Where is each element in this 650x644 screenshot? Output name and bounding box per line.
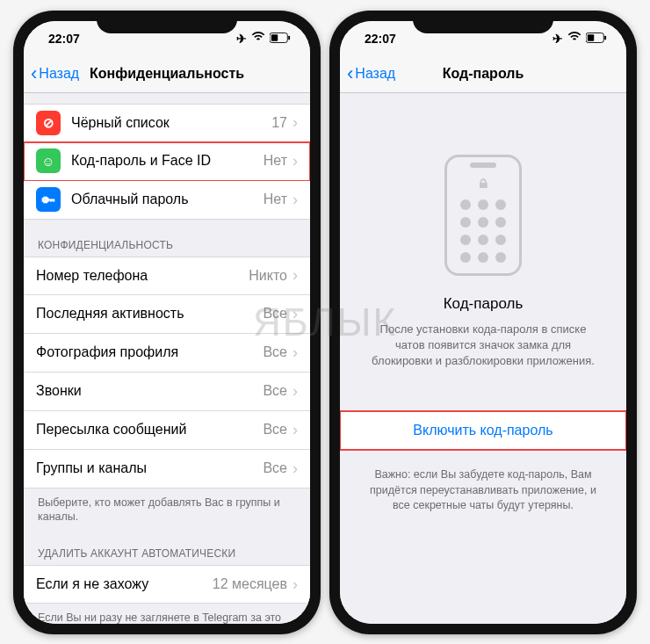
status-time: 22:07: [365, 32, 396, 46]
page-title: Код-пароль: [443, 66, 524, 82]
calls-row[interactable]: Звонки Все ›: [24, 373, 310, 411]
passcode-hero: 🔒︎ Код-пароль После установки кода-парол…: [340, 93, 626, 396]
hero-text: После установки кода-пароля в списке чат…: [366, 322, 600, 370]
svg-rect-4: [588, 34, 594, 40]
lock-icon: 🔒︎: [477, 177, 489, 191]
wifi-icon: [567, 29, 582, 47]
privacy-group: КОНФИДЕНЦИАЛЬНОСТЬ Номер телефона Никто …: [24, 234, 310, 529]
cell-label: Чёрный список: [71, 115, 271, 131]
back-label: Назад: [39, 66, 79, 82]
chevron-left-icon: ‹: [347, 64, 353, 83]
enable-passcode-button[interactable]: Включить код-пароль: [340, 411, 626, 450]
phone-number-row[interactable]: Номер телефона Никто ›: [24, 257, 310, 295]
block-icon: ⊘: [36, 111, 61, 135]
chevron-right-icon: ›: [292, 113, 298, 132]
cell-value: Нет: [264, 153, 287, 169]
cell-label: Номер телефона: [36, 268, 249, 284]
chevron-right-icon: ›: [292, 305, 298, 323]
hero-title: Код-пароль: [444, 295, 524, 313]
cell-label: Пересылка сообщений: [36, 422, 263, 438]
page-title: Конфиденциальность: [90, 66, 244, 82]
last-seen-row[interactable]: Последняя активность Все ›: [24, 295, 310, 334]
status-time: 22:07: [48, 32, 80, 46]
blacklist-row[interactable]: ⊘ Чёрный список 17 ›: [24, 104, 310, 142]
security-group: ⊘ Чёрный список 17 › ☺︎ Код-пароль и Fac…: [24, 104, 310, 220]
passcode-phone-glyph: 🔒︎: [444, 155, 522, 276]
screen-left: 22:07 ✈︎ ‹ Назад Конфиденциальность ⊘: [24, 21, 310, 624]
chevron-left-icon: ‹: [31, 64, 37, 83]
back-button[interactable]: ‹ Назад: [347, 64, 395, 83]
delete-group: УДАЛИТЬ АККАУНТ АВТОМАТИЧЕСКИ Если я не …: [24, 542, 310, 623]
chevron-right-icon: ›: [292, 421, 298, 439]
cell-value: 17: [271, 115, 287, 131]
faceid-icon: ☺︎: [36, 148, 61, 173]
cell-label: Если я не захожу: [36, 576, 213, 592]
delete-footer: Если Вы ни разу не заглянете в Telegram …: [24, 604, 310, 623]
privacy-header: КОНФИДЕНЦИАЛЬНОСТЬ: [24, 234, 310, 257]
nav-bar: ‹ Назад Конфиденциальность: [24, 56, 310, 93]
chevron-right-icon: ›: [292, 575, 298, 594]
svg-rect-2: [288, 35, 290, 40]
cell-value: Все: [263, 306, 287, 322]
content[interactable]: ⊘ Чёрный список 17 › ☺︎ Код-пароль и Fac…: [24, 93, 310, 624]
airplane-icon: ✈︎: [552, 32, 563, 46]
back-button[interactable]: ‹ Назад: [31, 64, 79, 83]
status-icons: ✈︎: [552, 29, 607, 47]
notch: [97, 11, 237, 33]
cell-value: Нет: [264, 192, 287, 207]
enable-passcode-label: Включить код-пароль: [413, 423, 552, 438]
svg-rect-1: [271, 34, 278, 40]
battery-icon: [586, 32, 607, 46]
cell-label: Облачный пароль: [71, 192, 264, 207]
battery-icon: [270, 32, 291, 46]
cell-value: Все: [263, 460, 287, 476]
screen-right: 22:07 ✈︎ ‹ Назад Код-пароль: [340, 21, 626, 624]
chevron-right-icon: ›: [292, 459, 298, 478]
groups-channels-row[interactable]: Группы и каналы Все ›: [24, 450, 310, 488]
cell-value: 12 месяцев: [213, 576, 287, 592]
phone-right: 22:07 ✈︎ ‹ Назад Код-пароль: [329, 11, 637, 634]
chevron-right-icon: ›: [292, 191, 298, 209]
cell-label: Звонки: [36, 383, 263, 399]
wifi-icon: [250, 29, 266, 47]
profile-photo-row[interactable]: Фотография профиля Все ›: [24, 334, 310, 373]
chevron-right-icon: ›: [292, 266, 298, 285]
cell-value: Все: [263, 383, 287, 399]
forwarding-row[interactable]: Пересылка сообщений Все ›: [24, 411, 310, 450]
cell-value: Все: [263, 422, 287, 438]
chevron-right-icon: ›: [292, 344, 298, 362]
cell-value: Все: [263, 344, 287, 360]
cell-label: Фотография профиля: [36, 344, 263, 360]
nav-bar: ‹ Назад Код-пароль: [340, 56, 626, 93]
back-label: Назад: [355, 66, 395, 82]
chevron-right-icon: ›: [292, 382, 298, 401]
delete-header: УДАЛИТЬ АККАУНТ АВТОМАТИЧЕСКИ: [24, 542, 310, 565]
status-icons: ✈︎: [236, 29, 291, 47]
content[interactable]: 🔒︎ Код-пароль После установки кода-парол…: [340, 93, 626, 624]
cell-value: Никто: [249, 268, 287, 284]
enable-passcode-group: Включить код-пароль: [340, 411, 626, 450]
cell-label: Код-пароль и Face ID: [71, 153, 264, 169]
phone-left: 22:07 ✈︎ ‹ Назад Конфиденциальность ⊘: [13, 11, 321, 634]
airplane-icon: ✈︎: [236, 32, 247, 46]
groups-footer: Выберите, кто может добавлять Вас в груп…: [24, 488, 310, 529]
key-icon: 🔑︎: [36, 187, 61, 212]
svg-rect-5: [604, 35, 606, 40]
passcode-faceid-row[interactable]: ☺︎ Код-пароль и Face ID Нет ›: [24, 142, 310, 181]
delete-if-away-row[interactable]: Если я не захожу 12 месяцев ›: [24, 565, 310, 604]
important-note: Важно: если Вы забудете код-пароль, Вам …: [340, 450, 626, 532]
cell-label: Группы и каналы: [36, 460, 263, 476]
chevron-right-icon: ›: [292, 152, 298, 170]
cell-label: Последняя активность: [36, 306, 263, 322]
cloud-password-row[interactable]: 🔑︎ Облачный пароль Нет ›: [24, 181, 310, 220]
notch: [413, 11, 553, 33]
